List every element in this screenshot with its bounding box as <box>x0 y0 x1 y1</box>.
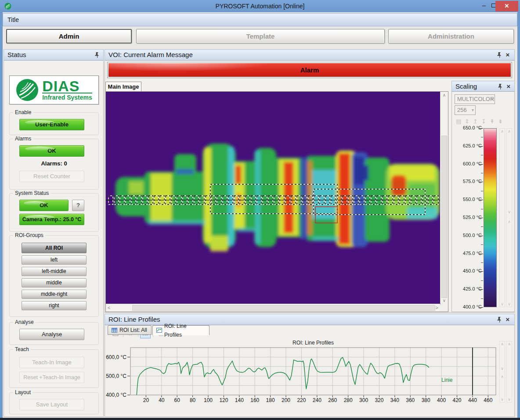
tab-roi-list[interactable]: ROI List: All <box>108 325 152 335</box>
scale-minor-tick <box>481 298 483 299</box>
scale-tick-mark <box>479 307 483 308</box>
chart-scrollbar-1[interactable]: ∧ ∨ ∧ ∨ <box>499 341 505 402</box>
roi-group-button-left[interactable]: left <box>22 255 87 265</box>
line-profile-chart[interactable]: 2040608010012014016018020022024026028030… <box>105 339 500 406</box>
spin-up-icon[interactable]: ∧ <box>507 129 512 134</box>
minimize-icon: – <box>482 1 486 9</box>
scroll-left-icon[interactable]: < <box>108 305 110 310</box>
window-border-right <box>517 12 520 418</box>
window-border-bottom <box>0 418 520 420</box>
roi-group-button-mddle-right[interactable]: mddle-right <box>22 290 87 299</box>
spin-down-icon[interactable]: ∨ <box>507 209 512 215</box>
camera-temp-button: Camera Temp.: 25.0 °C <box>19 214 84 225</box>
tab-roi-line-profiles[interactable]: ROI: Line Profiles <box>152 325 209 335</box>
x-axis-tick-label: 80 <box>190 397 196 403</box>
tab-administration[interactable]: Administration <box>388 29 514 43</box>
x-axis-tick-label: 120 <box>219 397 228 403</box>
chart-scrollbar-2[interactable]: ∧ ∨ <box>506 341 512 402</box>
x-axis-tick-label: 440 <box>468 397 477 403</box>
title-bar: PYROSOFT Automation [Online] – ✕ <box>0 0 520 12</box>
scale-tick-label: 575.0 °C <box>463 179 482 184</box>
tab-admin[interactable]: Admin <box>6 29 132 43</box>
scale-tick-label: 550.0 °C <box>463 197 482 202</box>
scale-tick-mark <box>479 218 483 218</box>
tab-main-image[interactable]: Main Image <box>105 82 141 92</box>
x-axis-tick-label: 260 <box>328 397 337 403</box>
scroll-up-icon[interactable]: ∧ <box>441 93 448 97</box>
roi-group-button-left-middle[interactable]: left-middle <box>22 267 87 276</box>
teach-in-image-button[interactable]: Teach-In Image <box>19 357 84 368</box>
scale-min-scrollbar[interactable]: ∧ ∨ ∧ ∨ <box>506 128 512 307</box>
x-axis-tick-label: 160 <box>250 397 259 403</box>
color-scale-bar <box>484 128 497 307</box>
close-panel-icon[interactable]: × <box>505 51 511 59</box>
chart-legend: Linie <box>441 377 453 383</box>
spin-up-icon[interactable]: ∧ <box>500 374 505 379</box>
spin-up-icon[interactable]: ∧ <box>507 219 512 224</box>
status-panel: Status DIAS Infrared Systems Enable User… <box>4 49 104 417</box>
close-button[interactable]: ✕ <box>495 1 518 11</box>
voi-panel-header: VOI: Current Alarm Message × <box>105 49 515 61</box>
scroll-down-icon[interactable]: ∨ <box>441 298 448 303</box>
spin-down-icon[interactable]: ∨ <box>507 397 512 402</box>
system-status-group: System Status OK ? Camera Temp.: 25.0 °C <box>9 193 99 232</box>
close-panel-icon[interactable]: × <box>505 316 511 323</box>
spin-down-icon[interactable]: ∨ <box>500 397 505 402</box>
tab-roi-list-label: ROI List: All <box>119 326 147 334</box>
pin-icon[interactable] <box>94 52 100 58</box>
application-window: PYROSOFT Automation [Online] – ✕ Title A… <box>0 0 520 420</box>
x-axis-tick-label: 220 <box>297 397 306 403</box>
vertical-scrollbar[interactable]: ∧ ∨ <box>440 92 448 304</box>
minimize-button[interactable]: – <box>479 0 489 11</box>
scale-max-scrollbar[interactable]: ∧ ∨ <box>499 128 505 307</box>
spin-up-icon[interactable]: ∧ <box>500 129 505 134</box>
x-axis-tick-label: 300 <box>359 397 368 403</box>
roi-group-button-all-roi[interactable]: All ROI <box>22 243 87 253</box>
scale-tick-label: 450.0 °C <box>463 268 482 273</box>
menu-bar[interactable]: Title <box>3 13 517 26</box>
scale-tick-label: 400.0 °C <box>463 304 482 309</box>
roi-group-button-middle[interactable]: middle <box>22 278 87 287</box>
roi-group-button-right[interactable]: right <box>22 301 87 310</box>
menu-title[interactable]: Title <box>7 16 19 23</box>
horizontal-scroll-thumb[interactable] <box>132 305 435 311</box>
scale-tick-mark <box>479 164 483 165</box>
pin-icon[interactable] <box>497 52 502 58</box>
tab-template[interactable]: Template <box>136 29 385 43</box>
x-axis-tick-label: 100 <box>204 397 213 403</box>
status-panel-header: Status <box>4 49 104 61</box>
scale-tick-label: 650.0 °C <box>463 125 482 130</box>
analyse-button[interactable]: Analyse <box>19 329 84 340</box>
spin-up-icon[interactable]: ∧ <box>507 341 512 347</box>
dias-brand: DIAS <box>42 79 92 93</box>
table-icon <box>112 328 117 333</box>
chart-title: ROI: Line Profiles <box>292 340 334 346</box>
pin-icon[interactable] <box>497 317 502 323</box>
scale-minor-tick <box>481 173 483 173</box>
reset-counter-button[interactable]: Reset Counter <box>19 171 84 182</box>
scale-minor-tick <box>481 209 483 209</box>
x-axis-tick-label: 140 <box>235 397 244 403</box>
scale-tick-label: 500.0 °C <box>463 233 482 238</box>
scroll-right-icon[interactable]: > <box>436 305 438 310</box>
alarms-ok-button: OK <box>19 145 84 157</box>
spin-down-icon[interactable]: ∨ <box>500 302 505 307</box>
system-help-button[interactable]: ? <box>72 200 84 211</box>
scale-minor-tick <box>481 262 483 263</box>
x-axis-tick-label: 20 <box>143 397 149 403</box>
save-layout-button[interactable]: Save Layout <box>19 399 84 410</box>
scale-tick-mark <box>479 289 483 290</box>
x-axis-tick-label: 200 <box>282 397 290 403</box>
vertical-scroll-thumb[interactable] <box>441 136 447 298</box>
voi-panel-title: VOI: Current Alarm Message <box>108 51 193 58</box>
spin-up-icon[interactable]: ∧ <box>500 341 505 347</box>
horizontal-scrollbar[interactable]: < > <box>106 304 440 312</box>
reset-teach-in-image-button[interactable]: Reset +Teach-In Image <box>19 372 84 383</box>
tab-roi-line-profiles-label: ROI: Line Profiles <box>164 322 206 339</box>
scale-tick-label: 525.0 °C <box>463 215 482 220</box>
spin-down-icon[interactable]: ∨ <box>507 302 512 307</box>
user-enable-button[interactable]: User-Enable <box>19 119 84 130</box>
x-axis-tick-label: 460 <box>484 397 492 403</box>
thermal-image[interactable] <box>106 92 441 304</box>
spin-down-icon[interactable]: ∨ <box>500 366 505 371</box>
